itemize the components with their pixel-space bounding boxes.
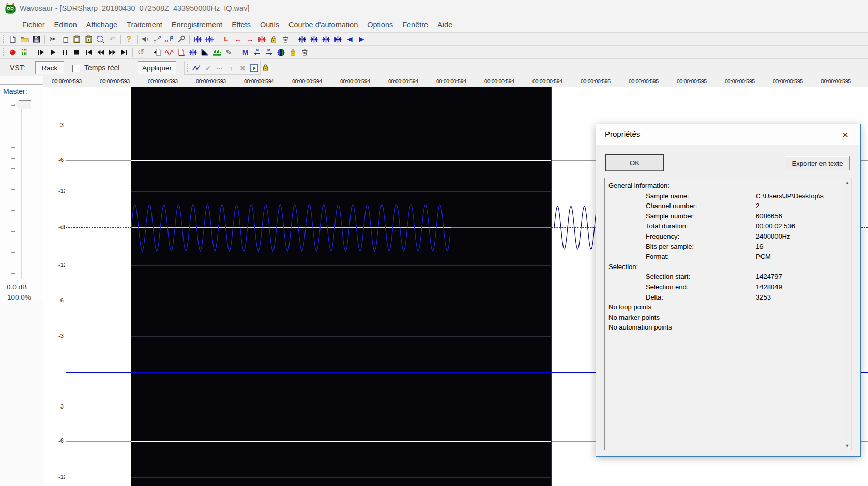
- go-to-start-button[interactable]: [83, 46, 95, 58]
- menu-edition[interactable]: Edition: [50, 19, 82, 30]
- automation-clear-button[interactable]: ×: [237, 62, 248, 74]
- scroll-left-button[interactable]: ◀: [344, 34, 356, 45]
- statistics-icon: [165, 48, 174, 56]
- waveform-overlay-button[interactable]: [204, 34, 216, 45]
- automation-scale-button[interactable]: ↕: [225, 62, 237, 74]
- record-button[interactable]: [7, 46, 19, 58]
- timeline-label: 00:00:00:593: [196, 78, 226, 84]
- open-file-button[interactable]: [19, 34, 31, 45]
- properties-dialog: Propriétés × OK Exporter en texte ▲ ▼ Ge…: [596, 124, 861, 457]
- next-marker-button[interactable]: →: [244, 34, 256, 45]
- configuration-button[interactable]: [175, 34, 187, 45]
- interpolate-button[interactable]: [187, 46, 199, 58]
- property-value: C:\Users\JP\Desktop\s: [756, 192, 824, 200]
- new-file-button[interactable]: [7, 34, 19, 45]
- export-text-button[interactable]: Exporter en texte: [785, 156, 850, 170]
- property-value: 2400000Hz: [756, 232, 790, 240]
- menu-affichage[interactable]: Affichage: [82, 19, 122, 30]
- menu-aide[interactable]: Aide: [433, 19, 457, 30]
- pause-button[interactable]: [59, 46, 71, 58]
- zoom-horizontal-in-button[interactable]: [320, 34, 332, 45]
- previous-marker-button[interactable]: ←: [232, 34, 244, 45]
- play-button[interactable]: [47, 46, 59, 58]
- marker-next-m-button[interactable]: M: [263, 46, 275, 58]
- spectrum-analysis-button[interactable]: [211, 46, 223, 58]
- loop-playback-button[interactable]: ↺: [135, 46, 147, 58]
- interpolate-icon: [189, 48, 197, 56]
- batch-file-button[interactable]: [175, 46, 187, 58]
- menu-fichier[interactable]: Fichier: [18, 19, 50, 30]
- ok-button[interactable]: OK: [605, 154, 664, 171]
- loop-marker-button[interactable]: L: [220, 34, 232, 45]
- automation-play-button[interactable]: [249, 62, 260, 74]
- delete-transport-button[interactable]: [299, 46, 311, 58]
- normalize-button[interactable]: [199, 46, 211, 58]
- dialog-scrollbar[interactable]: ▲ ▼: [843, 178, 851, 450]
- menu-enregistrement[interactable]: Enregistrement: [167, 19, 227, 30]
- menu-fen-tre[interactable]: Fenêtre: [398, 19, 433, 30]
- scroll-right-button[interactable]: ▶: [356, 34, 368, 45]
- automation-apply-icon: ✓: [205, 65, 211, 72]
- marker-previous-m-button[interactable]: M: [251, 46, 263, 58]
- scroll-up-icon[interactable]: ▲: [843, 178, 851, 187]
- menu-outils[interactable]: Outils: [255, 19, 284, 30]
- lock-transport-button[interactable]: [287, 46, 299, 58]
- property-label: No automation points: [608, 323, 672, 331]
- crop-selection-button[interactable]: [95, 34, 106, 45]
- loop-playback-icon: ↺: [138, 48, 144, 56]
- play-from-cursor-button[interactable]: [35, 46, 47, 58]
- menu-courbe-d-automation[interactable]: Courbe d'automation: [284, 19, 362, 30]
- automation-points-button[interactable]: ···: [214, 62, 225, 74]
- timeline-label: 00:00:00:593: [100, 78, 130, 84]
- statistics-button[interactable]: [163, 46, 175, 58]
- help-button[interactable]: ?: [123, 34, 135, 45]
- fast-forward-button[interactable]: [106, 46, 118, 58]
- waveform-display-button[interactable]: [192, 34, 204, 45]
- marker-m-button[interactable]: M: [239, 46, 251, 58]
- routing-button[interactable]: [163, 34, 175, 45]
- automation-lock-button[interactable]: [261, 63, 270, 73]
- property-row: Selection start:1424797: [605, 273, 840, 283]
- menu-options[interactable]: Options: [362, 19, 398, 30]
- zoom-horizontal-out-button[interactable]: [308, 34, 320, 45]
- insert-from-file-button[interactable]: [151, 46, 163, 58]
- property-row: General information:: [605, 182, 840, 192]
- selection-end-edge[interactable]: [551, 87, 552, 486]
- timeline-ruler[interactable]: 00:00:00:59300:00:00:59300:00:00:59300:0…: [43, 76, 868, 87]
- go-to-end-icon: [120, 48, 129, 56]
- undo-button: ↶: [106, 34, 118, 45]
- lock-markers-button[interactable]: [268, 34, 280, 45]
- dialog-title-bar[interactable]: Propriétés ×: [596, 124, 860, 145]
- paste-special-button[interactable]: [83, 34, 95, 45]
- scroll-down-icon[interactable]: ▼: [843, 441, 851, 450]
- draw-tool-button[interactable]: ✎: [223, 46, 235, 58]
- go-to-end-button[interactable]: [118, 46, 130, 58]
- property-label: Selection end:: [646, 283, 688, 291]
- rack-button[interactable]: Rack: [35, 61, 64, 74]
- menu-traitement[interactable]: Traitement: [122, 19, 167, 30]
- zoom-vertical-button[interactable]: [332, 34, 344, 45]
- automation-apply-button[interactable]: ✓: [202, 62, 214, 74]
- rewind-button[interactable]: [95, 46, 106, 58]
- paste-button[interactable]: [71, 34, 83, 45]
- menu-effets[interactable]: Effets: [227, 19, 255, 30]
- automation-curve-button[interactable]: [191, 62, 202, 74]
- property-value: 1428049: [756, 283, 782, 291]
- play-marked-region-button[interactable]: [275, 46, 287, 58]
- copy-button[interactable]: [59, 34, 71, 45]
- close-icon[interactable]: ×: [837, 127, 853, 143]
- stop-button[interactable]: [71, 46, 83, 58]
- zoom-selection-button[interactable]: [296, 34, 308, 45]
- timeline-label: 00:00:00:595: [821, 78, 851, 84]
- cut-button[interactable]: ✂: [47, 34, 59, 45]
- level-meter-button[interactable]: [19, 46, 31, 58]
- apply-button[interactable]: Appliquer: [138, 61, 176, 74]
- delete-markers-button[interactable]: [280, 34, 292, 45]
- audio-device-button[interactable]: [140, 34, 151, 45]
- crop-selection-icon: [96, 35, 105, 43]
- realtime-checkbox[interactable]: [72, 65, 80, 72]
- audio-connections-button[interactable]: [151, 34, 163, 45]
- timeline-label: 00:00:00:595: [629, 78, 659, 84]
- save-file-button[interactable]: [31, 34, 42, 45]
- all-markers-button[interactable]: [256, 34, 268, 45]
